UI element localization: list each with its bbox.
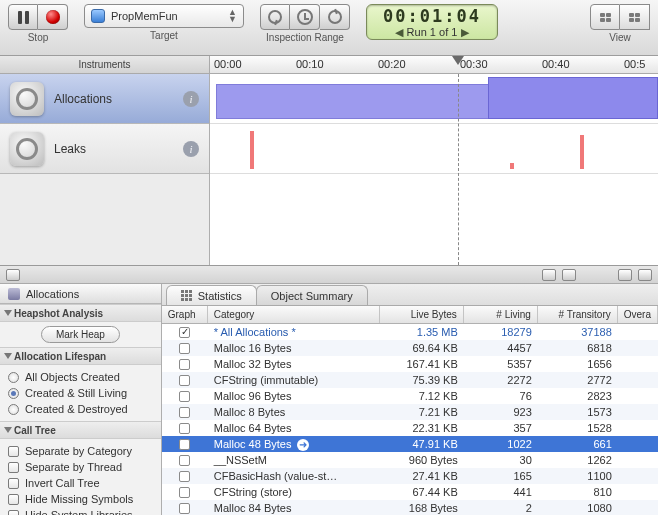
view-mode-2-button[interactable]: [620, 4, 650, 30]
row-live: 75.39 KB: [380, 374, 464, 386]
ct-invert[interactable]: Invert Call Tree: [8, 475, 153, 491]
track-leaks[interactable]: Leaks i: [0, 124, 209, 174]
track-name: Allocations: [54, 92, 173, 106]
row-checkbox[interactable]: [162, 487, 208, 498]
info-icon[interactable]: i: [183, 91, 199, 107]
row-living: 2: [464, 502, 538, 514]
row-category: CFBasicHash (value-st…: [208, 470, 380, 482]
ruler-tick: 00:00: [214, 58, 242, 70]
row-category: Malloc 16 Bytes: [208, 342, 380, 354]
row-transitory: 37188: [538, 326, 618, 338]
timeline-cursor[interactable]: [458, 74, 459, 265]
detail-toolstrip: [0, 266, 658, 284]
track-label-column: Allocations i Leaks i: [0, 74, 210, 265]
sidebar-tab[interactable]: Allocations: [0, 284, 161, 304]
th-graph[interactable]: Graph: [162, 306, 208, 323]
row-checkbox[interactable]: [162, 455, 208, 466]
section-heapshot[interactable]: Heapshot Analysis: [0, 304, 161, 322]
time-lcd-group: 00:01:04 ◀ Run 1 of 1 ▶: [366, 4, 498, 40]
row-transitory: 1262: [538, 454, 618, 466]
ruler-tick: 00:40: [542, 58, 570, 70]
row-checkbox[interactable]: [162, 343, 208, 354]
view-mode-1-button[interactable]: [590, 4, 620, 30]
row-checkbox[interactable]: [162, 359, 208, 370]
row-transitory: 1528: [538, 422, 618, 434]
view-label: View: [609, 32, 631, 43]
table-row[interactable]: CFString (immutable)75.39 KB22722772: [162, 372, 658, 388]
next-run-button[interactable]: ▶: [461, 26, 469, 39]
ruler-tick: 00:10: [296, 58, 324, 70]
table-row[interactable]: * All Allocations *1.35 MB1827937188: [162, 324, 658, 340]
table-row[interactable]: Malloc 8 Bytes7.21 KB9231573: [162, 404, 658, 420]
prev-run-button[interactable]: ◀: [395, 26, 403, 39]
table-body[interactable]: * All Allocations *1.35 MB1827937188Mall…: [162, 324, 658, 515]
row-checkbox[interactable]: [162, 327, 208, 338]
table-row[interactable]: __NSSetM960 Bytes301262: [162, 452, 658, 468]
pause-button[interactable]: [8, 4, 38, 30]
timeline-ruler[interactable]: 00:00 00:10 00:20 00:30 00:40 00:5: [210, 56, 658, 73]
row-live: 1.35 MB: [380, 326, 464, 338]
row-category: Malloc 32 Bytes: [208, 358, 380, 370]
th-overall[interactable]: Overa: [618, 306, 658, 323]
table-row[interactable]: CFString (store)67.44 KB441810: [162, 484, 658, 500]
table-row[interactable]: Malloc 64 Bytes22.31 KB3571528: [162, 420, 658, 436]
th-transitory[interactable]: # Transitory: [538, 306, 618, 323]
leaks-icon: [10, 132, 44, 166]
row-living: 1022: [464, 438, 538, 450]
row-checkbox[interactable]: [162, 439, 208, 450]
arrow-right-icon[interactable]: ➜: [297, 439, 309, 451]
view-group: View: [590, 4, 650, 43]
tab-statistics[interactable]: Statistics: [166, 285, 257, 305]
toolstrip-button-2[interactable]: [542, 269, 556, 281]
row-living: 5357: [464, 358, 538, 370]
row-checkbox[interactable]: [162, 375, 208, 386]
row-transitory: 1656: [538, 358, 618, 370]
table-row[interactable]: Malloc 16 Bytes69.64 KB44576818: [162, 340, 658, 356]
inspection-loop-button[interactable]: [290, 4, 320, 30]
lifespan-opt-destroyed[interactable]: Created & Destroyed: [8, 401, 153, 417]
toolstrip-button-1[interactable]: [6, 269, 20, 281]
inspection-start-button[interactable]: [260, 4, 290, 30]
section-lifespan[interactable]: Allocation Lifespan: [0, 347, 161, 365]
toolstrip-button-5[interactable]: [638, 269, 652, 281]
target-selector[interactable]: PropMemFun ▲▼: [84, 4, 244, 28]
row-category: * All Allocations *: [208, 326, 380, 338]
ct-separate-thread[interactable]: Separate by Thread: [8, 459, 153, 475]
row-checkbox[interactable]: [162, 423, 208, 434]
table-row[interactable]: CFBasicHash (value-st…27.41 KB1651100: [162, 468, 658, 484]
row-checkbox[interactable]: [162, 471, 208, 482]
stop-label: Stop: [28, 32, 49, 43]
th-living[interactable]: # Living: [464, 306, 538, 323]
ct-separate-category[interactable]: Separate by Category: [8, 443, 153, 459]
th-live[interactable]: Live Bytes: [380, 306, 464, 323]
table-row[interactable]: Malloc 96 Bytes7.12 KB762823: [162, 388, 658, 404]
row-checkbox[interactable]: [162, 391, 208, 402]
toolstrip-button-4[interactable]: [618, 269, 632, 281]
table-row[interactable]: Malloc 84 Bytes168 Bytes21080: [162, 500, 658, 515]
row-transitory: 1100: [538, 470, 618, 482]
inspection-end-button[interactable]: [320, 4, 350, 30]
row-live: 67.44 KB: [380, 486, 464, 498]
track-graphs[interactable]: [210, 74, 658, 265]
tab-object-summary[interactable]: Object Summary: [256, 285, 368, 305]
table-row[interactable]: Malloc 32 Bytes167.41 KB53571656: [162, 356, 658, 372]
record-button[interactable]: [38, 4, 68, 30]
row-checkbox[interactable]: [162, 503, 208, 514]
th-category[interactable]: Category: [208, 306, 380, 323]
mark-heap-button[interactable]: Mark Heap: [41, 326, 120, 343]
info-icon[interactable]: i: [183, 141, 199, 157]
target-name: PropMemFun: [111, 10, 222, 22]
row-checkbox[interactable]: [162, 407, 208, 418]
row-live: 960 Bytes: [380, 454, 464, 466]
playhead-icon[interactable]: [452, 56, 464, 65]
sidebar-tab-label: Allocations: [26, 288, 79, 300]
ct-hide-system[interactable]: Hide System Libraries: [8, 507, 153, 515]
section-calltree[interactable]: Call Tree: [0, 421, 161, 439]
ct-hide-missing[interactable]: Hide Missing Symbols: [8, 491, 153, 507]
track-allocations[interactable]: Allocations i: [0, 74, 209, 124]
toolstrip-button-3[interactable]: [562, 269, 576, 281]
lifespan-opt-living[interactable]: Created & Still Living: [8, 385, 153, 401]
row-living: 441: [464, 486, 538, 498]
table-row[interactable]: Malloc 48 Bytes➜47.91 KB1022661: [162, 436, 658, 452]
lifespan-opt-all[interactable]: All Objects Created: [8, 369, 153, 385]
